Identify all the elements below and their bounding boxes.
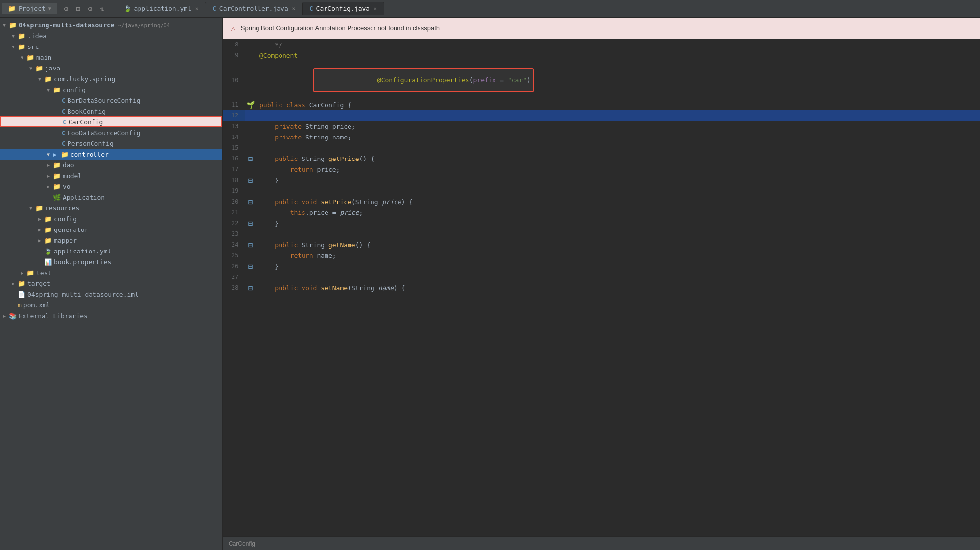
code-line-19: 19 — [223, 185, 980, 196]
tree-label-ext: External Libraries — [19, 312, 88, 320]
folder-icon-model: 📁 — [53, 172, 61, 180]
tab-label-yml: application.yml — [134, 5, 191, 12]
tree-target[interactable]: 📁 target — [0, 278, 222, 289]
folder-icon-generator: 📁 — [44, 226, 52, 233]
code-line-20: 20 ⊟ public void setPrice(String price) … — [223, 196, 980, 207]
line-number-22: 22 — [223, 218, 245, 229]
tab-actions: ⚙ ⊞ ⚙ ⇅ — [62, 4, 106, 14]
tree-person-config[interactable]: C PersonConfig — [0, 138, 222, 149]
ext-lib-icon: 📚 — [9, 312, 17, 320]
tree-main[interactable]: 📁 main — [0, 52, 222, 63]
tree-label-idea: .idea — [27, 32, 47, 40]
class-tab-icon-controller: C — [213, 5, 216, 12]
tab-car-config[interactable]: C CarConfig.java ✕ — [303, 2, 384, 15]
line-number-24: 24 — [223, 239, 245, 250]
tree-arrow-dao — [44, 162, 53, 168]
code-container[interactable]: 8 */ 9 @Component 10 — [223, 39, 980, 536]
line-number-11: 11 — [223, 99, 245, 110]
tree-label-java: java — [45, 65, 60, 72]
tree-label-test: test — [36, 269, 51, 276]
tree-mapper[interactable]: 📁 mapper — [0, 235, 222, 246]
tab-close-controller[interactable]: ✕ — [292, 5, 296, 12]
folder-icon-main: 📁 — [26, 54, 34, 61]
tree-root-label: 04spring-multi-datasource ~/java/spring/… — [19, 22, 170, 29]
gutter-19 — [245, 185, 256, 196]
code-line-9: 9 @Component — [223, 50, 980, 61]
class-icon-car: C — [63, 118, 67, 126]
tree-label-res-config: config — [54, 215, 77, 223]
tree-arrow-main — [18, 55, 26, 60]
tree-pom[interactable]: m pom.xml — [0, 299, 222, 310]
tree-idea[interactable]: 📁 .idea — [0, 30, 222, 41]
gutter-26: ⊟ — [245, 261, 256, 272]
tree-resources[interactable]: 📁 resources — [0, 203, 222, 213]
tree-pkg[interactable]: 📁 com.lucky.spring — [0, 73, 222, 84]
tree-label-config-folder: config — [63, 86, 86, 93]
tree-vo[interactable]: 📁 vo — [0, 181, 222, 192]
code-content-28: public void setName(String name) { — [256, 282, 980, 293]
tree-label-car: CarConfig — [69, 118, 103, 126]
tree-ext-libs[interactable]: 📚 External Libraries — [0, 310, 222, 321]
code-content-24: public String getName() { — [256, 239, 980, 250]
code-content-20: public void setPrice(String price) { — [256, 196, 980, 207]
tree-car-config[interactable]: C CarConfig — [0, 116, 222, 127]
tree-src[interactable]: 📁 src — [0, 41, 222, 52]
project-icon: 📁 — [9, 22, 17, 29]
code-line-28: 28 ⊟ public void setName(String name) { — [223, 282, 980, 293]
code-content-19 — [256, 185, 980, 196]
code-line-25: 25 return name; — [223, 250, 980, 261]
project-tab[interactable]: 📁 Project ▼ — [2, 3, 57, 14]
tree-label-main: main — [36, 54, 51, 61]
tree-arrow-target — [9, 281, 18, 286]
tree-application[interactable]: 🌿 Application — [0, 192, 222, 203]
code-content-26: } — [256, 261, 980, 272]
tree-dao[interactable]: 📁 dao — [0, 160, 222, 170]
tree-controller[interactable]: ▶ 📁 controller — [0, 149, 222, 160]
tab-application-yml[interactable]: 🍃 application.yml ✕ — [117, 2, 206, 15]
tree-iml[interactable]: 📄 04spring-multi-datasource.iml — [0, 289, 222, 299]
gutter-21 — [245, 207, 256, 218]
status-file-label: CarConfig — [229, 540, 255, 547]
tree-test[interactable]: 📁 test — [0, 267, 222, 278]
line-number-25: 25 — [223, 250, 245, 261]
layout-icon[interactable]: ⊞ — [74, 4, 82, 14]
tree-generator[interactable]: 📁 generator — [0, 224, 222, 235]
tab-close-yml[interactable]: ✕ — [195, 5, 199, 12]
settings-icon[interactable]: ⚙ — [62, 4, 70, 14]
class-icon-foo: C — [62, 129, 66, 137]
code-table: 8 */ 9 @Component 10 — [223, 39, 980, 293]
line-number-14: 14 — [223, 132, 245, 142]
tree-config-folder[interactable]: 📁 config — [0, 84, 222, 95]
xml-icon: m — [18, 301, 22, 309]
line-number-23: 23 — [223, 229, 245, 239]
code-content-12 — [256, 110, 980, 121]
sidebar[interactable]: 📁 04spring-multi-datasource ~/java/sprin… — [0, 18, 223, 550]
gear-icon[interactable]: ⚙ — [86, 4, 94, 14]
gutter-23 — [245, 229, 256, 239]
gutter-17 — [245, 164, 256, 175]
tab-car-controller[interactable]: C CarController.java ✕ — [206, 2, 303, 15]
tree-book-config[interactable]: C BookConfig — [0, 106, 222, 116]
tree-foo-datasource[interactable]: C FooDataSourceConfig — [0, 127, 222, 138]
tree-label-application: Application — [63, 194, 105, 201]
tree-bar-datasource[interactable]: C BarDataSourceConfig — [0, 95, 222, 106]
gutter-20: ⊟ — [245, 196, 256, 207]
code-line-17: 17 return price; — [223, 164, 980, 175]
tree-res-config[interactable]: 📁 config — [0, 213, 222, 224]
tree-arrow-ext — [0, 313, 9, 319]
gutter-11: 🌱 — [245, 99, 256, 110]
tree-book-props[interactable]: 📊 book.properties — [0, 256, 222, 267]
tree-label-src: src — [27, 43, 39, 50]
folder-icon-resources: 📁 — [35, 205, 43, 212]
code-content-25: return name; — [256, 250, 980, 261]
commit-icon[interactable]: ⇅ — [98, 4, 106, 14]
tree-arrow-idea — [9, 33, 18, 39]
yaml-tab-icon: 🍃 — [124, 5, 131, 12]
tree-java[interactable]: 📁 java — [0, 63, 222, 73]
tree-model[interactable]: 📁 model — [0, 170, 222, 181]
tree-app-yml[interactable]: 🍃 application.yml — [0, 246, 222, 256]
tree-root[interactable]: 📁 04spring-multi-datasource ~/java/sprin… — [0, 20, 222, 30]
tree-label-iml: 04spring-multi-datasource.iml — [27, 291, 139, 298]
line-number-20: 20 — [223, 196, 245, 207]
tab-close-config[interactable]: ✕ — [373, 5, 377, 12]
